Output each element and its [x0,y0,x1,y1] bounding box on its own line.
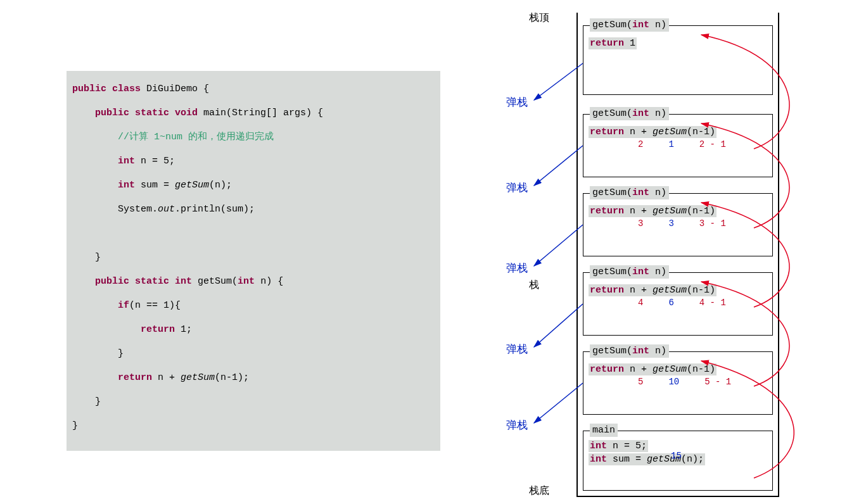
value-arg: 4 - 1 [699,298,726,308]
pop-label-4: 弹栈 [506,342,528,356]
code-line-14: } [67,390,440,414]
value-sum: 3 [668,218,673,229]
value-n: 3 [638,218,643,229]
pop-label-1: 弹栈 [506,95,528,110]
code-line-10: if(n == 1){ [67,294,440,318]
stack-frame-5: getSum(int n) return n + getSum(n-1) 510… [583,351,773,415]
code-line-7 [67,222,440,246]
code-panel: public class DiGuiDemo { public static v… [67,71,440,451]
value-sum: 1 [668,139,673,149]
code-line-12: } [67,342,440,366]
value-n: 5 [638,377,643,387]
stack-frame-1: getSum(int n) return 1 [583,25,773,95]
frame-title: main [590,424,618,437]
diagram-container: public class DiGuiDemo { public static v… [0,0,847,504]
code-line-8: } [67,246,440,270]
frame-title: getSum(int n) [590,344,669,358]
frame-title: getSum(int n) [590,186,669,199]
code-line-1: public class DiGuiDemo { [67,77,440,101]
value-arg: 5 - 1 [704,377,731,387]
label-stack-bottom: 栈底 [529,484,549,498]
stack-frame-4: getSum(int n) return n + getSum(n-1) 464… [583,272,773,336]
code-line-15: } [67,414,440,438]
label-stack-top: 栈顶 [529,11,549,25]
frame-title: getSum(int n) [590,107,669,120]
code-line-4: int n = 5; [67,149,440,173]
code-line-11: return 1; [67,318,440,342]
stack-frame-2: getSum(int n) return n + getSum(n-1) 212… [583,114,773,177]
value-n: 4 [638,298,643,308]
code-line-3: //计算 1~num 的和，使用递归完成 [67,125,440,149]
code-line-6: System.out.println(sum); [67,198,440,222]
pop-label-2: 弹栈 [506,180,528,195]
value-sum: 6 [668,298,673,308]
main-sum-value: 15 [671,451,682,461]
stack-frame-main: main int n = 5; 15 int sum = getSum(n); [583,431,773,491]
stack-diagram: 栈顶 栈 栈底 弹栈 弹栈 弹栈 弹栈 弹栈 getSum(int n) ret… [504,6,836,500]
frame-title: getSum(int n) [590,18,669,32]
value-sum: 10 [668,377,679,387]
frame-title: getSum(int n) [590,265,669,279]
value-n: 2 [638,139,643,149]
code-line-13: return n + getSum(n-1); [67,366,440,390]
code-line-2: public static void main(String[] args) { [67,101,440,125]
value-arg: 2 - 1 [699,139,726,149]
value-arg: 3 - 1 [699,218,726,229]
code-line-5: int sum = getSum(n); [67,173,440,198]
code-line-9: public static int getSum(int n) { [67,270,440,294]
stack-frame-3: getSum(int n) return n + getSum(n-1) 333… [583,193,773,256]
label-stack: 栈 [529,279,539,292]
pop-label-3: 弹栈 [506,261,528,275]
pop-label-5: 弹栈 [506,418,528,432]
